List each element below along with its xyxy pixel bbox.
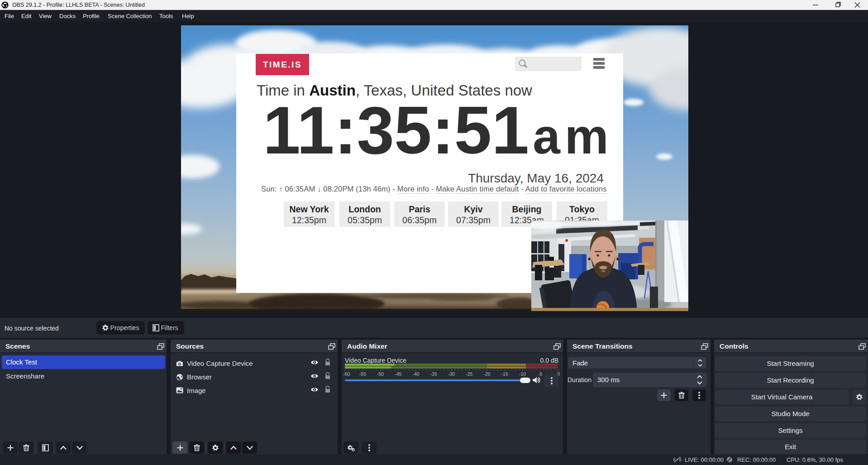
svg-text:-20: -20	[483, 371, 490, 377]
svg-text:-15: -15	[501, 371, 508, 377]
svg-text:-40: -40	[412, 371, 419, 377]
svg-text:-60: -60	[343, 371, 350, 377]
svg-text:-30: -30	[448, 371, 455, 377]
svg-text:-50: -50	[377, 371, 384, 377]
svg-text:-10: -10	[519, 371, 526, 377]
svg-text:-45: -45	[395, 371, 401, 377]
svg-text:-55: -55	[359, 371, 366, 377]
svg-text:-35: -35	[430, 371, 437, 377]
svg-text:-25: -25	[466, 371, 472, 377]
